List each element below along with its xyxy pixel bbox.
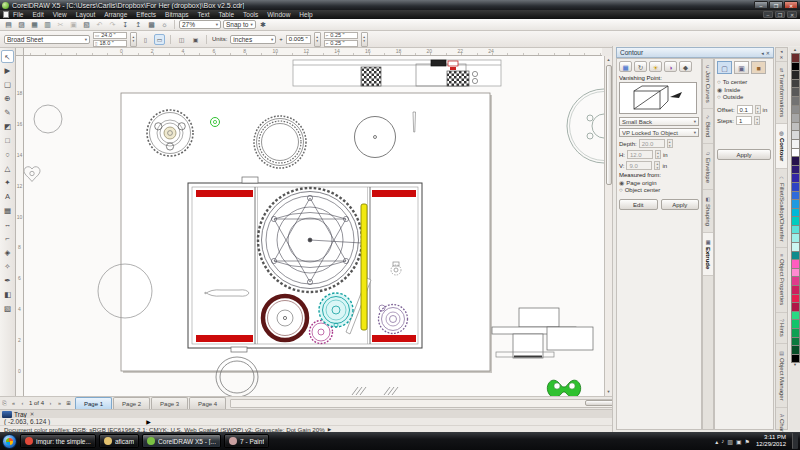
contour-outside-icon[interactable]: ■: [751, 61, 766, 74]
paste-button[interactable]: ▧: [81, 20, 92, 30]
page-size-stepper[interactable]: ▴▾: [130, 32, 137, 47]
page-origin-radio[interactable]: ◉ Page origin: [619, 179, 699, 186]
options-button[interactable]: ✱: [258, 20, 269, 30]
vp-h-stepper[interactable]: ▴▾: [655, 150, 661, 159]
welcome-screen-button[interactable]: ☼: [159, 20, 170, 30]
docker-collapse-icon[interactable]: ◂: [780, 49, 782, 54]
smart-fill-tool[interactable]: ◩: [1, 120, 14, 133]
steps-stepper[interactable]: ▴▾: [754, 116, 760, 125]
nudge-field[interactable]: 0.005 ": [286, 35, 311, 44]
eyedropper-tool[interactable]: ✧: [1, 260, 14, 273]
connector-tool[interactable]: ⌐: [1, 232, 14, 245]
menu-item[interactable]: Bitmaps: [165, 11, 188, 18]
taskbar-coreldraw-button[interactable]: CorelDRAW X5 - [...: [142, 434, 221, 448]
vertical-ruler[interactable]: 181614121086420: [16, 56, 24, 396]
all-pages-button[interactable]: ◫: [176, 34, 187, 45]
page-tab-4[interactable]: Page 4: [189, 397, 226, 409]
taskbar-clock[interactable]: 3:11 PM 12/29/2012: [756, 434, 786, 448]
next-page-button[interactable]: ›: [46, 400, 55, 406]
antivirus-icon[interactable]: ▣: [736, 438, 742, 445]
menu-item[interactable]: Table: [219, 11, 235, 18]
menu-item[interactable]: Text: [198, 11, 210, 18]
duplicate-distance[interactable]: ⌐0.25 " ⌐0.25 ": [324, 32, 358, 47]
page-dimensions[interactable]: ▭24.0 " ▯18.0 ": [93, 32, 127, 47]
crop-tool[interactable]: ▢: [1, 78, 14, 91]
restore-button[interactable]: ❐: [769, 1, 783, 9]
zoom-tool[interactable]: ⊕: [1, 92, 14, 105]
tab-object-manager[interactable]: ▤Object Manager: [776, 344, 787, 408]
duplicate-stepper[interactable]: ▴▾: [361, 32, 368, 47]
tray-expand-icon[interactable]: ▴: [715, 438, 718, 445]
object-center-radio[interactable]: ○ Object center: [619, 187, 699, 193]
text-tool[interactable]: A: [1, 190, 14, 203]
scroll-down-icon[interactable]: ▼: [605, 388, 612, 396]
extrude-preset-combo[interactable]: Small Back▾: [619, 117, 699, 126]
tray-close-icon[interactable]: ✕: [30, 411, 35, 417]
snap-to-combo[interactable]: Snap to▾: [223, 20, 256, 29]
doc-close-button[interactable]: ✕: [787, 11, 797, 18]
depth-field[interactable]: 20.0: [639, 139, 665, 148]
pick-tool[interactable]: ↖: [1, 50, 14, 63]
cyan-gear[interactable]: [319, 293, 353, 327]
red-rail[interactable]: [372, 190, 416, 197]
extrude-rotation-icon[interactable]: ↻: [634, 61, 647, 72]
tray-chip[interactable]: Tray: [2, 411, 27, 418]
needle-part[interactable]: [413, 112, 416, 132]
red-rail[interactable]: [372, 335, 416, 342]
green-clamp[interactable]: [547, 380, 580, 396]
nudge-stepper[interactable]: ▴▾: [314, 32, 321, 47]
tab-object-properties[interactable]: ≡Object Properties: [776, 248, 787, 312]
zoom-level-combo[interactable]: 27%▾: [179, 20, 221, 29]
tab-hints[interactable]: ?Hints: [776, 313, 787, 344]
basic-shapes-tool[interactable]: ✦: [1, 176, 14, 189]
extrude-bevel-icon[interactable]: ◆: [679, 61, 692, 72]
volume-icon[interactable]: ♪: [721, 438, 724, 444]
titlebar[interactable]: CorelDRAW X5 - [C:\Users\Carlis\Dropbox\…: [0, 0, 800, 10]
last-page-button[interactable]: »: [55, 400, 64, 406]
print-button[interactable]: ▥: [42, 20, 53, 30]
prev-page-button[interactable]: ‹: [18, 400, 27, 406]
depth-stepper[interactable]: ▴▾: [667, 139, 673, 148]
vp-mode-combo[interactable]: VP Locked To Object▾: [619, 128, 699, 137]
offset-field[interactable]: 0.1: [737, 105, 753, 114]
tab-fillet[interactable]: ◠Fillet/Scallop/Chamfer: [776, 169, 787, 249]
offset-stepper[interactable]: ▴▾: [755, 105, 761, 114]
page-tab-1[interactable]: Page 1: [75, 397, 112, 409]
extrude-lighting-icon[interactable]: ☀: [649, 61, 662, 72]
tab-extrude[interactable]: ▣Extrude: [703, 233, 713, 276]
contour-apply-button[interactable]: Apply: [717, 149, 771, 160]
tab-join-curves[interactable]: ∪Join Curves: [703, 59, 713, 109]
bench-side-view[interactable]: [492, 308, 593, 358]
docker-titlebar[interactable]: Contour ◂ ✕: [616, 47, 774, 58]
tab-blend[interactable]: ∿Blend: [703, 109, 713, 144]
application-launcher-button[interactable]: ▩: [146, 20, 157, 30]
copy-button[interactable]: ▣: [68, 20, 79, 30]
contour-inside-icon[interactable]: ▣: [734, 61, 749, 74]
freehand-tool[interactable]: ✎: [1, 106, 14, 119]
to-center-radio[interactable]: ○ To center: [717, 79, 771, 85]
taskbar-paint-button[interactable]: 7 - Paint: [224, 434, 269, 448]
yellow-pendulum-bar[interactable]: [361, 204, 367, 330]
tab-transformations[interactable]: ⇄Transformations: [776, 62, 787, 124]
import-button[interactable]: ↧: [120, 20, 131, 30]
menu-item[interactable]: Arrange: [104, 11, 127, 18]
vertical-scrollbar[interactable]: ▲ ▼: [604, 56, 612, 396]
minimize-button[interactable]: –: [754, 1, 768, 9]
export-button[interactable]: ↥: [133, 20, 144, 30]
docker-close-icon[interactable]: ✕: [766, 50, 770, 56]
page-size-preset-combo[interactable]: Broad Sheet▾: [4, 35, 90, 44]
docker-strip-close-icon[interactable]: ✕: [780, 55, 784, 60]
shape-tool[interactable]: ▶: [1, 64, 14, 77]
menu-item[interactable]: View: [53, 11, 67, 18]
vp-v-field[interactable]: 9.0: [626, 161, 652, 170]
drawing-canvas[interactable]: [24, 56, 604, 396]
menu-item[interactable]: File: [13, 11, 23, 18]
taskbar-browser-button[interactable]: imgur: the simple...: [20, 434, 96, 448]
menu-item[interactable]: Edit: [32, 11, 43, 18]
rectangle-tool[interactable]: □: [1, 134, 14, 147]
inside-radio[interactable]: ◉ Inside: [717, 86, 771, 93]
page-tab-3[interactable]: Page 3: [151, 397, 188, 409]
landscape-button[interactable]: ▭: [154, 34, 165, 45]
page-tab-2[interactable]: Page 2: [113, 397, 150, 409]
undo-button[interactable]: ↶: [94, 20, 105, 30]
